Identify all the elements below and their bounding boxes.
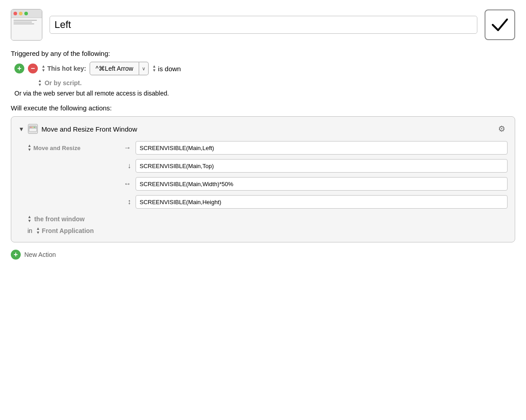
field-y-input[interactable] [136, 159, 508, 173]
action-title: Move and Resize Front Window [41, 125, 492, 133]
will-execute-label: Will execute the following actions: [11, 104, 515, 112]
arrow-horizontal-icon: ↔ [104, 180, 131, 188]
dot-red [14, 12, 17, 15]
collapse-arrow-icon[interactable]: ▼ [18, 126, 24, 132]
hotkey-stepper-label[interactable]: ▲▼ This hot key: [41, 64, 86, 73]
hotkey-dropdown-button[interactable]: ∨ [139, 62, 149, 75]
is-down-label: ▲▼ is down [152, 64, 181, 73]
or-web-row: Or via the web server but all remote acc… [14, 90, 515, 97]
front-window-stepper-icon: ▲▼ [27, 215, 32, 223]
is-down-text: is down [158, 65, 181, 73]
front-window-label[interactable]: the front window [34, 215, 85, 223]
field-row-x: ▲▼ Move and Resize → [27, 141, 508, 155]
or-script-label[interactable]: Or by script. [45, 79, 82, 87]
resize-fields: ▲▼ Move and Resize → ↓ ↔ ↕ [27, 141, 508, 209]
field-h-input[interactable] [136, 195, 508, 209]
front-app-stepper-icon: ▲▼ [36, 227, 40, 235]
titlebar [11, 9, 42, 18]
arrow-down-icon: ↓ [104, 162, 131, 170]
triggers-area: + − ▲▼ This hot key: ^⌘Left Arrow ∨ ▲▼ i… [14, 62, 515, 75]
add-trigger-button[interactable]: + [14, 64, 24, 73]
script-stepper-icon: ▲▼ [38, 79, 42, 87]
hotkey-value: ^⌘Left Arrow [95, 65, 133, 72]
window-icon [11, 9, 42, 41]
field-x-input[interactable] [136, 141, 508, 155]
hotkey-pill: ^⌘Left Arrow ∨ [90, 62, 149, 75]
macro-name-input[interactable] [50, 16, 477, 34]
triggered-title: Triggered by any of the following: [11, 50, 515, 57]
window-body [11, 18, 42, 40]
or-web-text: Or via the web server but all remote acc… [14, 90, 169, 97]
confirm-button[interactable] [485, 9, 515, 40]
header-row [11, 9, 515, 41]
hotkey-label-text: This hot key: [47, 65, 86, 72]
action-window-icon [28, 124, 38, 134]
or-script-row: ▲▼ Or by script. [38, 79, 515, 87]
move-resize-stepper[interactable]: ▲▼ Move and Resize [27, 144, 100, 152]
arrow-vertical-icon: ↕ [104, 198, 131, 206]
dot-green [24, 12, 28, 15]
field-row-h: ↕ [27, 195, 508, 209]
gear-button[interactable]: ⚙ [496, 123, 508, 135]
move-resize-label: Move and Resize [33, 145, 81, 151]
front-app-label: Front Application [42, 227, 94, 234]
hotkey-display: ^⌘Left Arrow [90, 62, 139, 75]
field-row-w: ↔ [27, 177, 508, 191]
new-action-label: New Action [24, 251, 56, 258]
new-action-row[interactable]: + New Action [11, 250, 515, 260]
new-action-add-button[interactable]: + [11, 250, 21, 260]
actions-box: ▼ Move and Resize Front Window ⚙ ▲▼ Move… [11, 116, 515, 242]
stepper-arrows-icon: ▲▼ [41, 64, 45, 73]
field-w-input[interactable] [136, 177, 508, 191]
in-label: in [27, 227, 32, 234]
field-row-y: ↓ [27, 159, 508, 173]
front-app-stepper[interactable]: ▲▼ Front Application [36, 227, 94, 235]
action-header: ▼ Move and Resize Front Window ⚙ [18, 123, 508, 135]
move-resize-arrows-icon: ▲▼ [27, 144, 32, 152]
remove-trigger-button[interactable]: − [28, 64, 38, 73]
arrow-right-icon: → [104, 144, 131, 152]
is-down-stepper-icon: ▲▼ [152, 64, 156, 73]
in-row: in ▲▼ Front Application [27, 227, 508, 235]
trigger-row-hotkey: + − ▲▼ This hot key: ^⌘Left Arrow ∨ ▲▼ i… [14, 62, 515, 75]
dot-yellow [19, 12, 23, 15]
front-window-row: ▲▼ the front window [27, 215, 508, 223]
